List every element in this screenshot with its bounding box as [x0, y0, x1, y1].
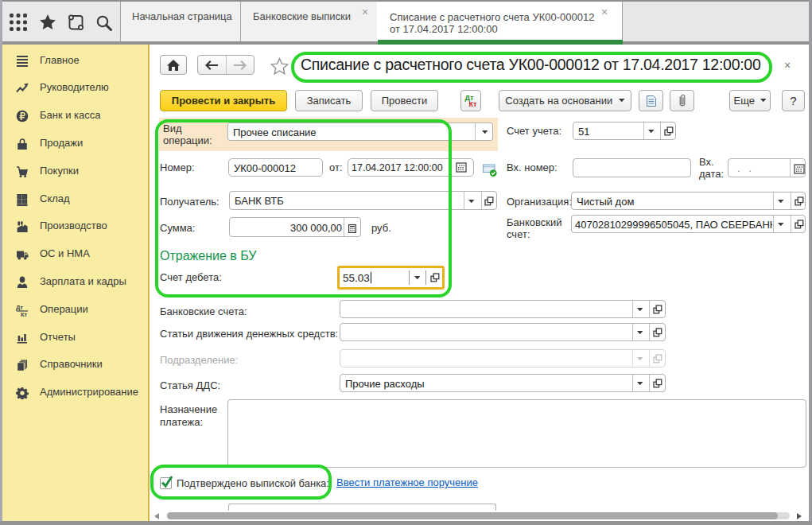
svg-text:Кт: Кт — [21, 310, 28, 317]
